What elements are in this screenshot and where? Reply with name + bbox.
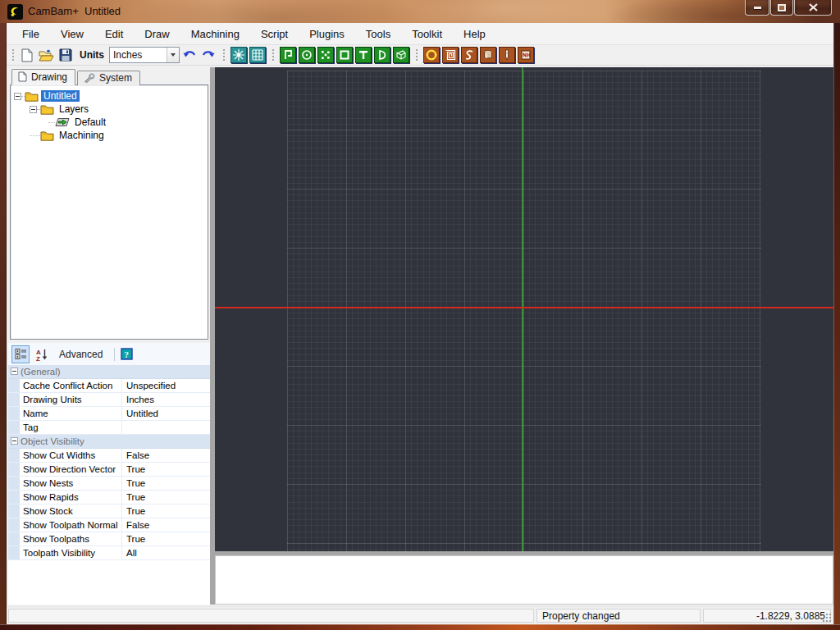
units-dropdown-button[interactable] <box>167 48 179 62</box>
tree-label-layers[interactable]: Layers <box>57 103 91 115</box>
layer-icon <box>55 117 70 127</box>
toolbar-grip[interactable] <box>11 48 15 62</box>
undo-button[interactable] <box>180 46 199 64</box>
drill-toolpath-button[interactable] <box>478 46 497 64</box>
collapse-icon[interactable] <box>30 106 37 113</box>
save-button[interactable] <box>56 46 75 64</box>
close-button[interactable] <box>794 0 832 16</box>
tree-item-untitled[interactable]: Untitled <box>11 89 208 103</box>
tree-label-machining[interactable]: Machining <box>57 130 107 141</box>
menu-toolkit[interactable]: Toolkit <box>401 25 453 43</box>
menu-view[interactable]: View <box>50 25 94 43</box>
help-button[interactable]: ? <box>118 345 136 363</box>
show-grid-button[interactable] <box>248 46 267 64</box>
property-row[interactable]: Cache Conflict ActionUnspecified <box>8 379 210 393</box>
menu-machining[interactable]: Machining <box>180 25 250 43</box>
units-value: Inches <box>110 49 167 61</box>
status-panel-left <box>8 609 534 623</box>
property-category[interactable]: (General) <box>8 365 210 379</box>
units-combobox[interactable]: Inches <box>109 47 180 63</box>
drill-toolpath-icon <box>482 49 494 61</box>
menu-script[interactable]: Script <box>250 25 299 43</box>
drawing-canvas[interactable] <box>215 67 833 551</box>
engrave-toolpath-button[interactable] <box>459 46 478 64</box>
collapse-icon[interactable] <box>11 368 18 375</box>
menu-draw[interactable]: Draw <box>134 25 180 43</box>
menu-edit[interactable]: Edit <box>94 25 134 43</box>
undo-icon <box>182 49 197 61</box>
property-row[interactable]: Show Toolpath NormalFalse <box>8 518 210 532</box>
collapse-icon[interactable] <box>14 93 21 100</box>
menu-tools[interactable]: Tools <box>355 25 401 43</box>
app-window: CamBam+ Untitled File View Edit Draw Mac… <box>0 0 840 630</box>
snap-points-icon <box>233 49 244 61</box>
sort-alphabetical-icon: A Z <box>36 348 48 361</box>
menu-file[interactable]: File <box>11 25 50 43</box>
menu-plugins[interactable]: Plugins <box>299 25 355 43</box>
pocket-toolpath-button[interactable] <box>441 46 459 64</box>
toolbar-grip[interactable] <box>415 48 418 62</box>
folder-icon <box>40 130 54 141</box>
property-row[interactable]: Toolpath VisibilityAll <box>8 546 210 560</box>
draw-pointlist-icon <box>320 49 331 61</box>
collapse-icon[interactable] <box>11 437 18 445</box>
property-row[interactable]: Show Cut WidthsFalse <box>8 449 210 463</box>
property-row[interactable]: Show ToolpathsTrue <box>8 532 210 546</box>
generate-gcode-button[interactable] <box>516 46 535 64</box>
svg-text:Z: Z <box>36 354 40 361</box>
tab-drawing[interactable]: Drawing <box>11 69 75 85</box>
help-icon: ? <box>121 348 134 361</box>
new-file-icon <box>21 48 34 62</box>
draw-arc-button[interactable] <box>372 46 391 64</box>
tab-system-label: System <box>99 72 132 84</box>
snap-points-button[interactable] <box>229 46 248 64</box>
draw-circle-button[interactable] <box>297 46 316 64</box>
resize-grip-icon[interactable] <box>821 612 832 623</box>
property-category[interactable]: Object Visibility <box>8 435 210 449</box>
property-row[interactable]: Tag <box>8 421 210 435</box>
draw-text-button[interactable] <box>354 46 372 64</box>
folder-icon <box>25 91 39 102</box>
new-file-button[interactable] <box>18 46 37 64</box>
y-axis-line <box>522 67 523 551</box>
maximize-button[interactable] <box>770 0 793 16</box>
tree-label-default-layer[interactable]: Default <box>72 116 108 128</box>
sort-alphabetical-button[interactable]: A Z <box>33 345 51 363</box>
titlebar[interactable]: CamBam+ Untitled <box>0 0 840 23</box>
draw-polyline-button[interactable] <box>278 46 297 64</box>
property-row[interactable]: Show StockTrue <box>8 504 210 518</box>
property-row[interactable]: Show NestsTrue <box>8 477 210 491</box>
tree-label-untitled[interactable]: Untitled <box>41 90 80 102</box>
draw-surface-button[interactable] <box>391 46 410 64</box>
categorized-view-button[interactable] <box>11 345 30 363</box>
open-file-button[interactable] <box>37 46 56 64</box>
tree-item-machining[interactable]: Machining <box>11 129 208 142</box>
profile-toolpath-button[interactable] <box>422 46 441 64</box>
left-panel-tabs: Drawing System <box>11 69 140 85</box>
draw-arc-icon <box>377 49 388 61</box>
menu-help[interactable]: Help <box>453 25 496 43</box>
property-row[interactable]: Show RapidsTrue <box>8 491 210 504</box>
toolbar-grip[interactable] <box>222 48 226 62</box>
pocket-toolpath-icon <box>445 49 456 61</box>
tree-item-layers[interactable]: Layers <box>11 103 208 116</box>
toolbar-grip[interactable] <box>272 48 275 62</box>
draw-circle-icon <box>301 49 313 61</box>
menubar: File View Edit Draw Machining Script Plu… <box>7 23 833 45</box>
property-row[interactable]: NameUntitled <box>8 407 210 421</box>
property-row[interactable]: Drawing UnitsInches <box>8 393 210 407</box>
minimize-button[interactable] <box>745 0 769 16</box>
tab-system[interactable]: System <box>77 71 140 85</box>
advanced-button[interactable]: Advanced <box>59 349 103 360</box>
units-label: Units <box>80 49 104 61</box>
draw-rectangle-button[interactable] <box>335 46 354 64</box>
draw-pointlist-button[interactable] <box>316 46 335 64</box>
output-panel <box>215 555 833 605</box>
property-row[interactable]: Show Direction VectorTrue <box>8 463 210 477</box>
profile3d-toolpath-button[interactable] <box>497 46 516 64</box>
tree-item-default-layer[interactable]: Default <box>11 116 208 129</box>
close-icon <box>809 3 818 11</box>
window-border-right <box>833 23 840 630</box>
redo-button[interactable] <box>199 46 217 64</box>
toolbar-separator <box>114 348 115 361</box>
